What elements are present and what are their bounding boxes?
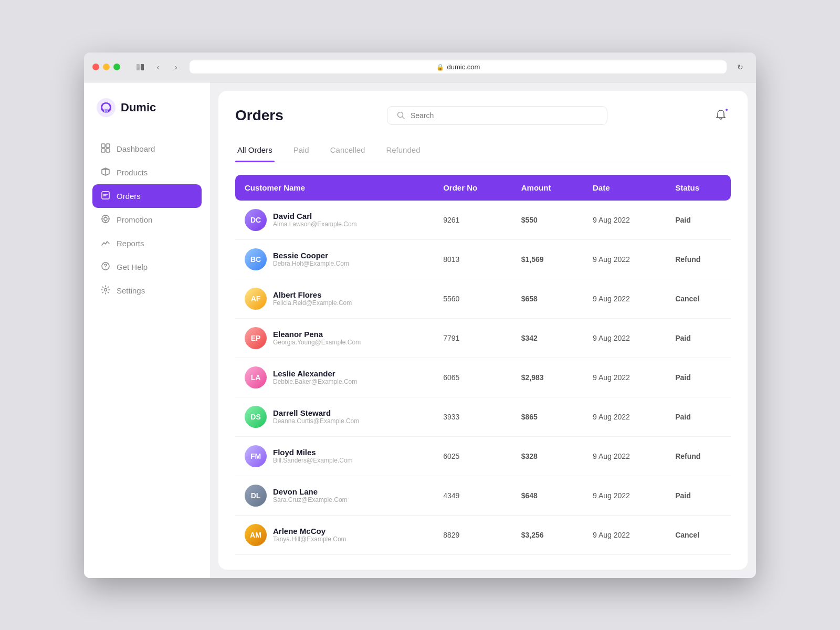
avatar-initials: BC [250, 255, 261, 264]
tab-all-orders[interactable]: All Orders [235, 140, 275, 162]
promotion-icon [101, 214, 110, 225]
logo-icon [97, 98, 116, 117]
customer-name: Arlene McCoy [273, 527, 346, 536]
tab-paid[interactable]: Paid [291, 140, 311, 162]
search-icon [397, 111, 405, 120]
nav-items-container: DashboardProductsOrdersPromotionReportsG… [92, 137, 202, 302]
search-input[interactable] [411, 111, 597, 120]
sidebar-item-orders[interactable]: Orders [92, 184, 202, 208]
table-row[interactable]: EP Eleanor Pena Georgia.Young@Example.Co… [235, 318, 731, 358]
sidebar-item-dashboard[interactable]: Dashboard [92, 137, 202, 161]
amount-cell: $648 [512, 476, 583, 515]
avatar: DC [245, 209, 267, 231]
customer-info: Albert Flores Felicia.Reid@Example.Com [273, 290, 352, 307]
get-help-icon [101, 261, 110, 272]
customer-cell: DL Devon Lane Sara.Cruz@Example.Com [235, 476, 434, 515]
svg-point-9 [104, 217, 107, 220]
status-cell: Refund [666, 436, 731, 476]
status-cell: Cancel [666, 279, 731, 318]
sidebar-item-get-help[interactable]: Get Help [92, 255, 202, 279]
table-row[interactable]: FM Floyd Miles Bill.Sanders@Example.Com … [235, 436, 731, 476]
traffic-lights [92, 64, 120, 70]
customer-info: Leslie Alexander Debbie.Baker@Example.Co… [273, 369, 357, 385]
dashboard-icon [101, 143, 110, 154]
order-no-cell: 4349 [434, 476, 512, 515]
avatar: LA [245, 366, 267, 388]
table-row[interactable]: DL Devon Lane Sara.Cruz@Example.Com 4349… [235, 476, 731, 515]
sidebar-item-label: Products [117, 168, 148, 177]
products-icon [101, 167, 110, 178]
table-row[interactable]: AM Arlene McCoy Tanya.Hill@Example.Com 8… [235, 515, 731, 554]
customer-email: Georgia.Young@Example.Com [273, 339, 361, 346]
header: Orders [235, 106, 731, 125]
orders-table: Customer NameOrder NoAmountDateStatus DC… [235, 175, 731, 555]
order-no-cell: 3933 [434, 397, 512, 436]
table-row[interactable]: DS Darrell Steward Deanna.Curtis@Example… [235, 397, 731, 436]
sidebar-toggle-button[interactable] [133, 60, 148, 75]
customer-email: Alma.Lawson@Example.Com [273, 220, 357, 228]
amount-cell: $342 [512, 318, 583, 358]
customer-name: Leslie Alexander [273, 369, 357, 378]
col-header-amount: Amount [512, 175, 583, 201]
avatar-initials: EP [251, 334, 261, 342]
sidebar-item-reports[interactable]: Reports [92, 232, 202, 255]
back-button[interactable]: ‹ [151, 60, 165, 75]
search-bar[interactable] [387, 106, 607, 125]
svg-rect-3 [101, 144, 105, 148]
status-cell: Paid [666, 476, 731, 515]
table-header: Customer NameOrder NoAmountDateStatus [235, 175, 731, 201]
customer-name: Eleanor Pena [273, 330, 361, 339]
browser-window: ‹ › 🔒 dumic.com ↻ Dumic DashboardProduct… [84, 52, 756, 578]
sidebar-item-promotion[interactable]: Promotion [92, 208, 202, 232]
date-cell: 9 Aug 2022 [583, 436, 666, 476]
sidebar-item-settings[interactable]: Settings [92, 279, 202, 302]
sidebar-item-label: Reports [117, 239, 144, 248]
refresh-button[interactable]: ↻ [733, 60, 748, 75]
status-cell: Cancel [666, 515, 731, 554]
tab-refunded[interactable]: Refunded [384, 140, 422, 162]
page-title: Orders [235, 107, 284, 124]
customer-name: Albert Flores [273, 290, 352, 299]
forward-button[interactable]: › [169, 60, 183, 75]
notification-button[interactable] [711, 106, 731, 125]
maximize-button[interactable] [113, 64, 120, 70]
customer-cell: LA Leslie Alexander Debbie.Baker@Example… [235, 358, 434, 397]
svg-rect-5 [101, 149, 105, 152]
date-cell: 9 Aug 2022 [583, 318, 666, 358]
sidebar: Dumic DashboardProductsOrdersPromotionRe… [84, 82, 210, 578]
sidebar-item-label: Promotion [117, 215, 152, 224]
main-content: Orders All OrdersPaidCanc [218, 91, 748, 570]
avatar: DL [245, 485, 267, 507]
date-cell: 9 Aug 2022 [583, 239, 666, 279]
avatar: FM [245, 445, 267, 467]
close-button[interactable] [92, 64, 99, 70]
minimize-button[interactable] [103, 64, 110, 70]
avatar-initials: AM [250, 531, 261, 539]
table-row[interactable]: LA Leslie Alexander Debbie.Baker@Example… [235, 358, 731, 397]
address-bar: 🔒 dumic.com [190, 60, 727, 74]
table-row[interactable]: BC Bessie Cooper Debra.Holt@Example.Com … [235, 239, 731, 279]
customer-email: Sara.Cruz@Example.Com [273, 496, 348, 503]
customer-email: Felicia.Reid@Example.Com [273, 299, 352, 307]
table-row[interactable]: AF Albert Flores Felicia.Reid@Example.Co… [235, 279, 731, 318]
sidebar-item-products[interactable]: Products [92, 161, 202, 184]
svg-rect-6 [106, 149, 110, 152]
customer-name: Devon Lane [273, 487, 348, 496]
avatar-initials: LA [251, 373, 261, 382]
sidebar-item-label: Dashboard [117, 144, 155, 153]
svg-point-2 [97, 98, 116, 117]
amount-cell: $658 [512, 279, 583, 318]
avatar: EP [245, 327, 267, 349]
sidebar-item-label: Settings [117, 286, 145, 295]
order-no-cell: 5560 [434, 279, 512, 318]
tab-cancelled[interactable]: Cancelled [328, 140, 368, 162]
customer-cell: BC Bessie Cooper Debra.Holt@Example.Com [235, 239, 434, 279]
col-header-status: Status [666, 175, 731, 201]
order-no-cell: 8013 [434, 239, 512, 279]
status-cell: Paid [666, 201, 731, 240]
sidebar-item-label: Get Help [117, 262, 148, 271]
table-row[interactable]: DC David Carl Alma.Lawson@Example.Com 92… [235, 201, 731, 240]
status-cell: Refund [666, 239, 731, 279]
table-body: DC David Carl Alma.Lawson@Example.Com 92… [235, 201, 731, 555]
amount-cell: $3,256 [512, 515, 583, 554]
